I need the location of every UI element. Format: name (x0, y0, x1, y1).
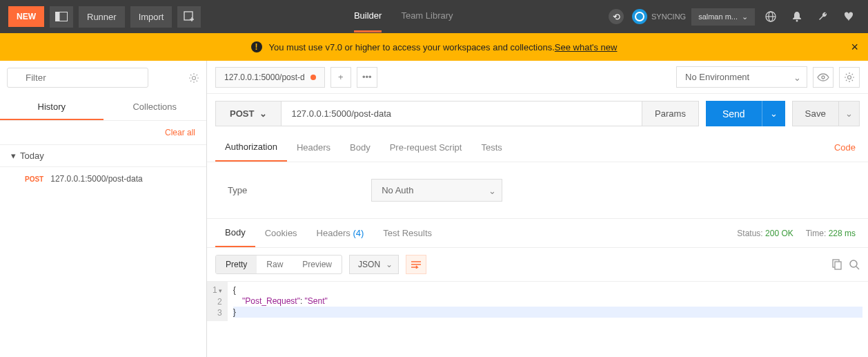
svg-rect-2 (184, 12, 193, 20)
response-tabs: Body Cookies Headers (4) Test Results St… (207, 219, 868, 248)
view-mode-group: Pretty Raw Preview (215, 255, 342, 274)
env-quicklook-button[interactable] (813, 67, 834, 88)
import-button[interactable]: Import (130, 6, 172, 28)
resp-tab-tests[interactable]: Test Results (373, 220, 442, 247)
response-body: 1▾ 2 3 { "Post_Request": "Sent" } (207, 282, 868, 321)
browse-button[interactable] (760, 6, 781, 27)
eye-icon (817, 73, 829, 81)
top-right: ⟲ SYNCING salman m... ⌄ (606, 6, 860, 27)
notifications-button[interactable] (787, 6, 807, 27)
svg-point-8 (796, 20, 798, 22)
chevron-down-icon: ⌄ (793, 72, 801, 82)
copy-button[interactable] (831, 259, 842, 270)
bell-icon (792, 11, 802, 22)
main-area: History Collections Clear all ▾ Today PO… (0, 61, 868, 357)
code-content[interactable]: { "Post_Request": "Sent" } (228, 282, 868, 321)
user-dropdown[interactable]: salman m... ⌄ (691, 8, 755, 26)
status-value: 200 OK (765, 229, 793, 238)
format-row: Pretty Raw Preview JSON ⌄ (207, 248, 868, 282)
layout-toggle-button[interactable] (50, 6, 73, 28)
method-select[interactable]: POST ⌄ (216, 102, 282, 126)
heart-button[interactable] (839, 6, 860, 27)
time-label: Time: (806, 229, 827, 238)
request-tab[interactable]: 127.0.0.1:5000/post-d (215, 67, 325, 88)
subtab-tests[interactable]: Tests (471, 134, 511, 161)
sidebar-tab-collections[interactable]: Collections (103, 95, 207, 120)
resp-tab-headers[interactable]: Headers (4) (307, 220, 374, 247)
fold-icon[interactable]: ▾ (219, 287, 222, 294)
tab-options-button[interactable]: ••• (357, 67, 377, 88)
capture-button[interactable]: ⟲ (606, 6, 627, 27)
warning-banner: ! You must use v7.0 or higher to access … (0, 33, 868, 61)
env-settings-button[interactable] (839, 67, 860, 88)
format-right (831, 259, 860, 270)
filter-row (0, 61, 206, 95)
send-dropdown-button[interactable]: ⌄ (762, 101, 785, 126)
svg-point-9 (193, 76, 196, 79)
svg-point-10 (822, 76, 825, 79)
resp-tab-body[interactable]: Body (215, 219, 255, 247)
send-button[interactable]: Send (706, 101, 762, 126)
resp-tab-cookies[interactable]: Cookies (255, 220, 307, 247)
subtab-headers[interactable]: Headers (287, 134, 340, 161)
send-group: Send ⌄ (706, 101, 785, 126)
params-button[interactable]: Params (642, 102, 698, 126)
save-button[interactable]: Save (792, 101, 839, 126)
code-link[interactable]: Code (830, 134, 860, 161)
warning-text: You must use v7.0 or higher to access yo… (269, 42, 555, 52)
view-raw[interactable]: Raw (257, 255, 293, 273)
new-button[interactable]: NEW (8, 6, 44, 27)
request-bar: POST ⌄ 127.0.0.1:5000/post-data Params S… (207, 94, 868, 133)
settings-button[interactable] (813, 6, 834, 27)
history-group-today[interactable]: ▾ Today (0, 144, 206, 167)
history-item-method: POST (25, 175, 43, 183)
sidebar-settings-button[interactable] (188, 73, 199, 84)
add-tab-button[interactable]: + (331, 67, 351, 88)
svg-rect-15 (835, 262, 841, 269)
tab-team-library[interactable]: Team Library (401, 1, 453, 32)
gear-icon (188, 73, 199, 84)
filter-input[interactable] (7, 68, 148, 88)
view-preview[interactable]: Preview (293, 255, 342, 273)
wrap-icon (411, 260, 422, 269)
environment-select[interactable]: No Environment ⌄ (676, 66, 807, 88)
runner-button[interactable]: Runner (79, 6, 125, 28)
new-window-button[interactable] (177, 6, 201, 28)
subtab-body[interactable]: Body (340, 134, 380, 161)
history-item[interactable]: POST 127.0.0.1:5000/post-data (0, 167, 206, 191)
request-subtabs: Authorization Headers Body Pre-request S… (207, 133, 868, 162)
search-button[interactable] (849, 259, 860, 270)
resp-tab-headers-count: (4) (353, 228, 364, 238)
sidebar-tab-history[interactable]: History (0, 95, 103, 120)
svg-line-17 (856, 267, 859, 269)
sync-status: SYNCING (632, 9, 686, 24)
subtab-prerequest[interactable]: Pre-request Script (380, 134, 472, 161)
warning-link[interactable]: See what's new (555, 42, 618, 52)
sidebar-tabs: History Collections (0, 95, 206, 121)
url-input[interactable]: 127.0.0.1:5000/post-data (282, 102, 642, 126)
gear-icon (844, 72, 855, 83)
dots-icon: ••• (362, 72, 372, 82)
chevron-down-icon: ⌄ (489, 185, 496, 195)
wrap-lines-button[interactable] (406, 255, 426, 274)
resp-tab-headers-label: Headers (317, 228, 351, 238)
tab-builder[interactable]: Builder (354, 1, 382, 32)
heart-icon (844, 12, 855, 21)
svg-point-16 (850, 260, 857, 267)
chevron-down-icon: ⌄ (770, 108, 778, 119)
close-warning-button[interactable]: × (851, 40, 858, 55)
chevron-down-icon: ⌄ (742, 12, 748, 21)
top-center-tabs: Builder Team Library (201, 1, 606, 32)
clear-all-button[interactable]: Clear all (0, 121, 206, 144)
view-pretty[interactable]: Pretty (216, 255, 257, 273)
chevron-down-icon: ⌄ (845, 108, 853, 119)
auth-type-select[interactable]: No Auth ⌄ (371, 179, 502, 202)
top-bar: NEW Runner Import Builder Team Library ⟲… (0, 0, 868, 33)
save-group: Save ⌄ (792, 101, 860, 126)
svg-rect-1 (56, 12, 60, 21)
copy-icon (831, 259, 842, 270)
save-dropdown-button[interactable]: ⌄ (839, 101, 860, 126)
subtab-authorization[interactable]: Authorization (215, 133, 287, 162)
request-tabs-row: 127.0.0.1:5000/post-d + ••• No Environme… (207, 61, 868, 94)
syntax-select[interactable]: JSON ⌄ (349, 255, 399, 274)
